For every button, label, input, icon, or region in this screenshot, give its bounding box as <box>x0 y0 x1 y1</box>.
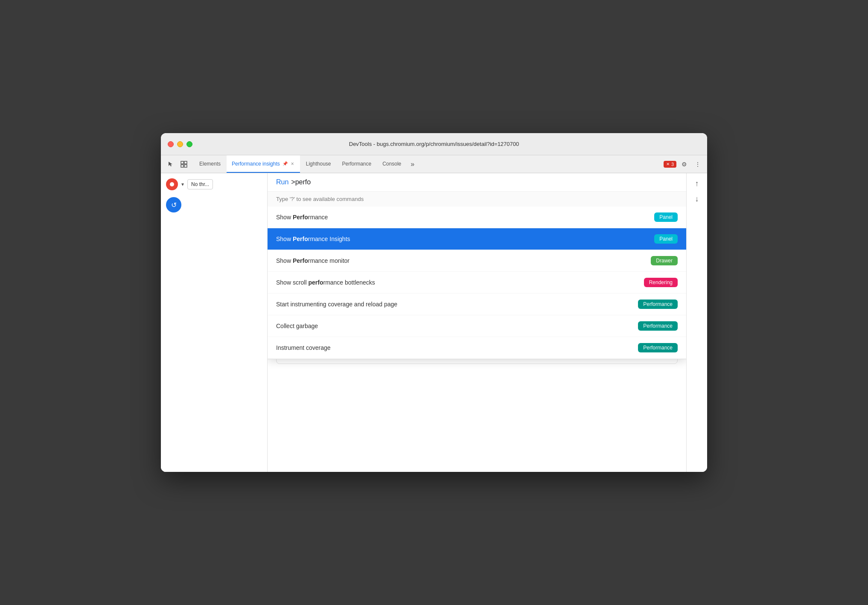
cmd-text-start-instrumenting: Start instrumenting coverage and reload … <box>276 301 397 308</box>
cmd-text-instrument-coverage: Instrument coverage <box>276 344 331 351</box>
command-item-instrument-coverage[interactable]: Instrument coverage Performance <box>268 337 686 359</box>
tab-lighthouse[interactable]: Lighthouse <box>301 155 336 173</box>
close-traffic-light[interactable] <box>168 141 174 147</box>
error-badge[interactable]: ✕ 3 <box>664 161 676 168</box>
dots-icon[interactable]: … <box>697 468 697 468</box>
badge-panel-1: Panel <box>654 212 678 222</box>
badge-performance-1: Performance <box>638 300 678 309</box>
svg-rect-0 <box>181 161 184 164</box>
cmd-text-show-performance-monitor: Show Performance monitor <box>276 257 350 264</box>
window-title: DevTools - bugs.chromium.org/p/chromium/… <box>349 141 519 147</box>
devtools-toolbar-icons <box>164 155 190 173</box>
command-item-show-performance[interactable]: Show Performance Panel <box>268 207 686 228</box>
right-action-bar: ↑ ↓ … <box>686 173 707 472</box>
dropdown-arrow-icon[interactable]: ▾ <box>181 181 184 187</box>
command-item-start-instrumenting[interactable]: Start instrumenting coverage and reload … <box>268 294 686 315</box>
devtools-content: ▾ No thr... ↺ New... 2 Ou Se <box>161 173 707 472</box>
command-input-row: Run >perfo <box>268 173 686 192</box>
record-controls: ▾ No thr... <box>166 178 262 190</box>
devtools-tab-bar: Elements Performance insights 📌 × Lighth… <box>161 155 707 173</box>
svg-rect-2 <box>181 165 184 167</box>
hint-text: Type '?' to see available commands <box>276 196 364 202</box>
badge-panel-2: Panel <box>654 234 678 244</box>
run-label: Run <box>276 178 288 186</box>
tab-performance-insights[interactable]: Performance insights 📌 × <box>227 155 300 173</box>
badge-rendering: Rendering <box>644 278 678 287</box>
tab-elements[interactable]: Elements <box>194 155 226 173</box>
command-item-scroll-perf[interactable]: Show scroll performance bottlenecks Rend… <box>268 272 686 294</box>
reload-button[interactable]: ↺ <box>166 197 181 212</box>
close-tab-icon[interactable]: × <box>290 160 295 168</box>
traffic-lights <box>168 141 192 147</box>
cmd-text-collect-garbage: Collect garbage <box>276 323 318 329</box>
download-icon[interactable]: ↓ <box>690 192 704 206</box>
more-tabs-button[interactable]: » <box>407 155 418 173</box>
tab-console[interactable]: Console <box>377 155 406 173</box>
settings-icon[interactable]: ⚙ <box>678 158 690 170</box>
main-content: New... 2 Ou Se ▶ <box>268 173 686 472</box>
svg-rect-1 <box>184 161 187 164</box>
badge-drawer: Drawer <box>651 256 678 265</box>
throttling-select[interactable]: No thr... <box>187 179 213 189</box>
command-item-collect-garbage[interactable]: Collect garbage Performance <box>268 315 686 337</box>
record-icon <box>170 182 174 186</box>
minimize-traffic-light[interactable] <box>177 141 183 147</box>
maximize-traffic-light[interactable] <box>186 141 192 147</box>
kebab-menu-icon[interactable]: ⋮ <box>692 158 704 170</box>
cmd-text-show-performance-insights: Show Performance Insights <box>276 236 350 242</box>
badge-performance-3: Performance <box>638 343 678 352</box>
command-palette: Run >perfo Type '?' to see available com… <box>268 173 686 359</box>
command-text[interactable]: >perfo <box>291 178 311 186</box>
cursor-icon[interactable] <box>164 158 176 170</box>
pin-icon: 📌 <box>283 161 288 166</box>
title-bar: DevTools - bugs.chromium.org/p/chromium/… <box>161 133 707 155</box>
inspect-icon[interactable] <box>178 158 190 170</box>
command-list: Show Performance Panel Show Performance … <box>268 207 686 359</box>
tab-performance[interactable]: Performance <box>337 155 376 173</box>
command-item-show-performance-insights[interactable]: Show Performance Insights Panel <box>268 228 686 250</box>
upload-icon[interactable]: ↑ <box>690 177 704 190</box>
record-button[interactable] <box>166 178 178 190</box>
devtools-right-controls: ✕ 3 ⚙ ⋮ <box>664 155 704 173</box>
devtools-window: DevTools - bugs.chromium.org/p/chromium/… <box>161 133 707 472</box>
svg-rect-3 <box>184 165 187 167</box>
hint-row: Type '?' to see available commands <box>268 192 686 207</box>
error-x-icon: ✕ <box>666 162 670 166</box>
cmd-text-scroll-perf: Show scroll performance bottlenecks <box>276 279 375 286</box>
command-item-show-performance-monitor[interactable]: Show Performance monitor Drawer <box>268 250 686 272</box>
left-panel: ▾ No thr... ↺ <box>161 173 268 472</box>
cmd-text-show-performance: Show Performance <box>276 214 328 221</box>
badge-performance-2: Performance <box>638 321 678 331</box>
